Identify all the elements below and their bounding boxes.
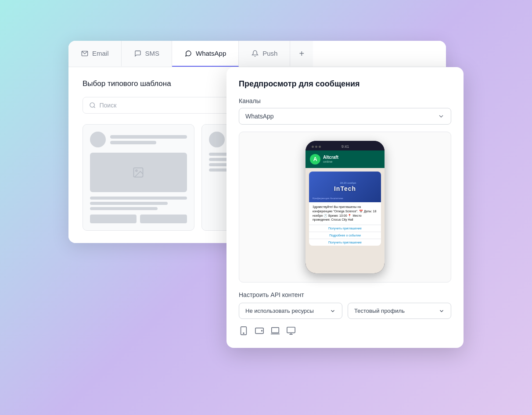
intech-date-label: 18-20 ноября xyxy=(334,182,356,185)
template-image-1 xyxy=(90,153,187,192)
whatsapp-chat-header: A Altcraft online xyxy=(306,150,385,168)
device-icons xyxy=(239,326,451,336)
api-profile-chevron xyxy=(439,308,445,314)
tab-whatsapp[interactable]: WhatsApp xyxy=(172,41,239,67)
tab-push[interactable]: Push xyxy=(239,41,290,67)
tablet-portrait-icon[interactable] xyxy=(239,326,248,336)
chat-buttons: Получить приглашение Подробнее о событии… xyxy=(309,225,381,246)
svg-point-6 xyxy=(243,333,244,334)
svg-line-2 xyxy=(94,107,95,108)
channel-select-value: WhatsApp xyxy=(245,113,274,120)
email-icon xyxy=(81,50,89,57)
template-card-1[interactable] xyxy=(83,124,194,231)
api-resource-chevron xyxy=(330,308,336,314)
api-resource-select[interactable]: Не использовать ресурсы xyxy=(239,303,342,319)
intech-subtitle: Конференция Аналитики xyxy=(313,197,343,200)
laptop-icon[interactable] xyxy=(270,326,280,336)
template-text-line xyxy=(90,197,187,200)
tab-sms-label: SMS xyxy=(145,50,160,57)
chat-text: Здравствуйте! Вы приглашены на конференц… xyxy=(309,202,381,225)
chat-bubble: 18-20 ноября InTech Конференция Аналитик… xyxy=(309,172,381,246)
desktop-icon[interactable] xyxy=(286,326,296,336)
template-text-line xyxy=(90,202,168,205)
svg-point-4 xyxy=(136,170,137,172)
template-avatar-2 xyxy=(209,132,225,147)
tab-email[interactable]: Email xyxy=(68,41,122,67)
template-line xyxy=(110,141,156,144)
plus-icon: + xyxy=(299,49,304,59)
search-icon xyxy=(89,102,96,109)
tab-sms[interactable]: SMS xyxy=(122,41,173,67)
api-selects: Не использовать ресурсы Тестовый профиль xyxy=(239,303,451,319)
api-label: Настроить API контент xyxy=(239,291,451,298)
whatsapp-logo: A xyxy=(310,154,320,165)
chat-image: 18-20 ноября InTech Конференция Аналитик… xyxy=(309,172,381,202)
preview-modal: Предпросмотр для сообщения Каналы WhatsA… xyxy=(226,67,464,348)
api-section: Настроить API контент Не использовать ре… xyxy=(239,291,451,319)
tab-bar: Email SMS WhatsApp xyxy=(68,41,446,67)
api-resource-label: Не использовать ресурсы xyxy=(245,308,314,314)
channel-select[interactable]: WhatsApp xyxy=(239,108,451,125)
tab-add[interactable]: + xyxy=(290,41,313,67)
template-btn-placeholder xyxy=(90,215,137,223)
intech-title: InTech xyxy=(334,185,356,192)
tab-whatsapp-label: WhatsApp xyxy=(196,50,226,57)
modal-title: Предпросмотр для сообщения xyxy=(239,79,451,89)
template-btn-placeholder xyxy=(140,215,187,223)
phone-time: 9:41 xyxy=(341,144,349,149)
svg-point-1 xyxy=(90,103,94,107)
chat-area: 18-20 ноября InTech Конференция Аналитик… xyxy=(306,168,385,273)
tablet-landscape-icon[interactable] xyxy=(255,326,264,336)
svg-rect-10 xyxy=(287,327,295,333)
tab-email-label: Email xyxy=(92,50,109,57)
api-profile-label: Тестовый профиль xyxy=(354,308,405,314)
tab-push-label: Push xyxy=(262,50,277,57)
template-line xyxy=(110,135,187,139)
phone-mockup: 9:41 A Altcraft online 18-20 ноября xyxy=(306,141,385,273)
whatsapp-app-name: Altcraft xyxy=(323,155,338,160)
phone-preview-area: 9:41 A Altcraft online 18-20 ноября xyxy=(239,132,451,283)
channels-label: Каналы xyxy=(239,97,451,104)
whatsapp-app-sub: online xyxy=(323,160,338,164)
template-text-line xyxy=(90,207,158,210)
whatsapp-tab-icon xyxy=(184,50,192,57)
template-avatar-1 xyxy=(90,132,106,147)
svg-rect-9 xyxy=(272,328,279,333)
channel-chevron-icon xyxy=(438,113,445,120)
section-title: Выбор типового шаблона xyxy=(83,79,171,88)
sms-icon xyxy=(134,50,142,57)
push-icon xyxy=(251,50,259,57)
api-profile-select[interactable]: Тестовый профиль xyxy=(348,303,451,319)
chat-btn-2[interactable]: Подробнее о событии xyxy=(309,232,381,239)
svg-point-8 xyxy=(262,330,262,331)
chat-btn-1[interactable]: Получить приглашение xyxy=(309,225,381,232)
chat-btn-3[interactable]: Получить приглашение xyxy=(309,239,381,246)
